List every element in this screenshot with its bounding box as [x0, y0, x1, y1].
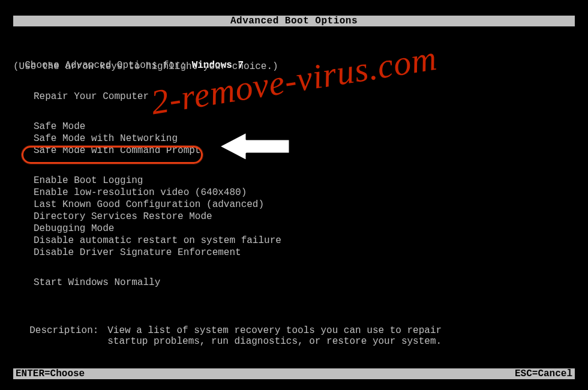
boot-option[interactable]: Debugging Mode: [30, 223, 118, 235]
boot-option[interactable]: Disable automatic restart on system fail…: [30, 235, 285, 247]
footer-enter-hint: ENTER=Choose: [16, 368, 85, 379]
description-block: Description:View a list of system recove…: [18, 314, 442, 347]
boot-option[interactable]: Enable Boot Logging: [30, 175, 146, 187]
boot-option[interactable]: Safe Mode with Networking: [30, 133, 181, 145]
title-text: Advanced Boot Options: [230, 16, 358, 26]
option-group-gap: [30, 103, 285, 121]
boot-option[interactable]: Enable low-resolution video (640x480): [30, 187, 250, 199]
boot-option[interactable]: Disable Driver Signature Enforcement: [30, 247, 245, 259]
description-text: View a list of system recovery tools you…: [107, 325, 442, 347]
title-bar: Advanced Boot Options: [13, 16, 575, 26]
option-group-gap: [30, 259, 285, 277]
boot-options-list: Repair Your ComputerSafe ModeSafe Mode w…: [30, 91, 285, 289]
boot-option[interactable]: Safe Mode: [30, 121, 89, 133]
boot-option[interactable]: Start Windows Normally: [30, 277, 164, 289]
boot-option[interactable]: Safe Mode with Command Prompt: [30, 145, 204, 157]
arrow-key-hint: (Use the arrow keys to highlight your ch…: [13, 61, 278, 72]
footer-esc-hint: ESC=Cancel: [515, 368, 572, 379]
description-label: Description:: [29, 325, 107, 336]
footer-bar: ENTER=Choose ESC=Cancel: [13, 368, 575, 379]
option-group-gap: [30, 157, 285, 175]
boot-option[interactable]: Repair Your Computer: [30, 91, 152, 103]
boot-option[interactable]: Directory Services Restore Mode: [30, 211, 216, 223]
boot-option[interactable]: Last Known Good Configuration (advanced): [30, 199, 268, 211]
